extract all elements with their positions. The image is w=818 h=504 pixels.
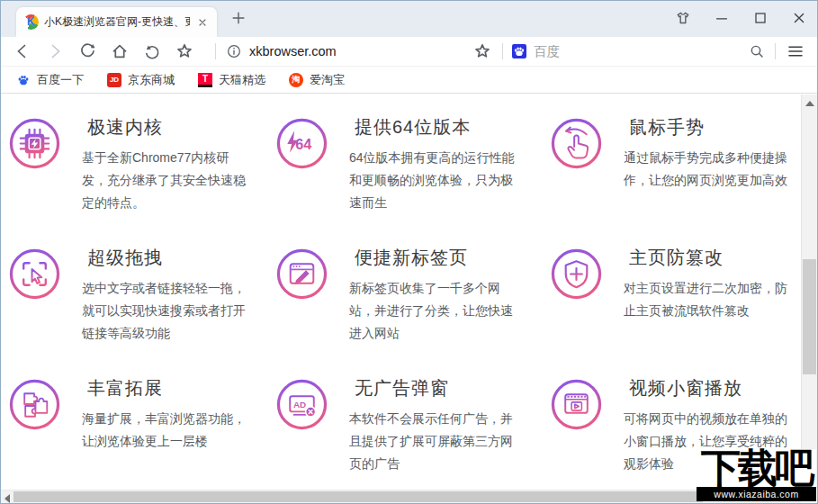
minimize-icon[interactable] [713, 9, 731, 27]
feature-desc: 本软件不会展示任何广告，并且提供了扩展可屏蔽第三方网页的广告 [349, 408, 516, 475]
favorites-star-icon[interactable] [174, 40, 195, 62]
feature-card: 极速内核 基于全新Chrome77内核研发，充分继承了其安全快速稳定的特点。 [8, 115, 275, 246]
puzzle-icon [8, 378, 61, 431]
feature-title: 提供64位版本 [355, 115, 516, 140]
browser-window: K 小K极速浏览器官网-更快速、更 xkbrowser.com 百度 [0, 0, 818, 504]
video-popup-icon [550, 378, 603, 431]
home-icon[interactable] [109, 40, 130, 62]
feature-card: 鼠标手势 通过鼠标手势完成多种便捷操作，让您的网页浏览更加高效 [550, 115, 801, 246]
search-placeholder[interactable]: 百度 [534, 43, 560, 60]
taobao-icon: 淘 [289, 73, 303, 87]
maximize-icon[interactable] [751, 9, 769, 27]
vertical-scroll-thumb[interactable] [803, 259, 816, 374]
toolbar-divider [775, 43, 776, 59]
url-text[interactable]: xkbrowser.com [249, 44, 337, 58]
tab-close-icon[interactable] [195, 15, 210, 30]
undo-icon[interactable] [141, 40, 163, 62]
scroll-up-arrow-icon[interactable] [805, 101, 814, 106]
feature-card: 便捷新标签页 新标签页收集了一千多个网站，并进行了分类，让您快速进入网站 [275, 246, 550, 376]
ad-block-icon: AD [275, 378, 328, 431]
bookmark-label: 爱淘宝 [310, 72, 345, 88]
newtab-edit-icon [275, 248, 328, 301]
toolbar-divider [215, 43, 216, 59]
bookmark-label: 天猫精选 [219, 72, 265, 88]
horizontal-scroll-thumb[interactable] [13, 491, 703, 502]
feature-title: 便捷新标签页 [355, 246, 516, 270]
feature-card: 超级拖拽 选中文字或者链接轻轻一拖，就可以实现快速搜索或者打开链接等高级功能 [8, 246, 275, 376]
refresh-icon[interactable] [76, 40, 98, 62]
bookmarks-bar: 百度一下 JD 京东商城 T 天猫精选 淘 爱淘宝 [1, 67, 817, 94]
toolbar-divider [502, 43, 503, 59]
feature-title: 极速内核 [87, 115, 248, 140]
feature-desc: 选中文字或者链接轻轻一拖，就可以实现快速搜索或者打开链接等高级功能 [82, 277, 248, 345]
feature-card: 主页防篡改 对主页设置进行二次加密，防止主页被流氓软件篡改 [550, 246, 801, 376]
cpu-chip-icon [8, 117, 61, 170]
bookmark-tmall[interactable]: T 天猫精选 [198, 72, 265, 88]
svg-text:64: 64 [295, 136, 311, 152]
feature-desc: 对主页设置进行二次加密，防止主页被流氓软件篡改 [624, 277, 790, 322]
feature-title: 视频小窗播放 [629, 376, 790, 400]
horizontal-scrollbar[interactable] [1, 490, 801, 503]
quick-search-box[interactable]: 百度 [512, 42, 766, 60]
jd-icon: JD [107, 73, 121, 87]
lightning-64-icon: 64 [275, 117, 328, 170]
feature-title: 丰富拓展 [87, 376, 248, 400]
vertical-scrollbar[interactable] [801, 94, 817, 488]
feature-card: 丰富拓展 海量扩展，丰富浏览器功能，让浏览体验更上一层楼 [8, 376, 275, 488]
mouse-gesture-icon [550, 117, 603, 170]
drag-select-icon [8, 248, 61, 301]
bookmark-baidu[interactable]: 百度一下 [16, 72, 84, 88]
site-info-icon[interactable] [225, 42, 243, 60]
feature-grid: 极速内核 基于全新Chrome77内核研发，充分继承了其安全快速稳定的特点。 6… [1, 94, 801, 488]
scroll-left-arrow-icon[interactable] [4, 494, 10, 503]
page-content: 极速内核 基于全新Chrome77内核研发，充分继承了其安全快速稳定的特点。 6… [1, 94, 801, 488]
feature-title: 超级拖拽 [87, 246, 248, 270]
shield-plus-icon [550, 248, 603, 301]
feature-desc: 基于全新Chrome77内核研发，充分继承了其安全快速稳定的特点。 [82, 147, 248, 214]
site-favicon-icon: K [23, 14, 39, 30]
xiazaiba-watermark: 下载吧 www.xiazaiba.com [697, 449, 816, 501]
search-icon[interactable] [748, 42, 766, 60]
feature-desc: 通过鼠标手势完成多种便捷操作，让您的网页浏览更加高效 [624, 147, 790, 192]
xiazaiba-logo: 下载吧 [697, 449, 816, 487]
bookmark-label: 京东商城 [128, 72, 175, 88]
baidu-logo-icon [512, 44, 526, 58]
tmall-icon: T [198, 73, 212, 87]
back-icon[interactable] [12, 40, 33, 62]
feature-title: 主页防篡改 [629, 246, 790, 270]
menu-icon[interactable] [785, 40, 806, 62]
bookmark-jd[interactable]: JD 京东商城 [107, 72, 175, 88]
feature-desc: 64位版本拥有更高的运行性能和更顺畅的浏览体验，只为极速而生 [349, 147, 516, 214]
bookmark-label: 百度一下 [37, 72, 84, 88]
svg-text:AD: AD [293, 400, 306, 410]
feature-card: AD 无广告弹窗 本软件不会展示任何广告，并且提供了扩展可屏蔽第三方网页的广告 [275, 376, 550, 488]
tab-title: 小K极速浏览器官网-更快速、更 [44, 14, 190, 30]
new-tab-icon[interactable] [229, 9, 247, 27]
feature-card: 64 提供64位版本 64位版本拥有更高的运行性能和更顺畅的浏览体验，只为极速而… [275, 115, 550, 246]
xiazaiba-url: www.xiazaiba.com [697, 487, 816, 501]
feature-title: 鼠标手势 [629, 115, 790, 140]
feature-desc: 海量扩展，丰富浏览器功能，让浏览体验更上一层楼 [82, 408, 248, 453]
close-window-icon[interactable] [790, 9, 808, 27]
baidu-paw-icon [16, 73, 31, 87]
window-controls [674, 9, 808, 27]
bookmark-taobao[interactable]: 淘 爱淘宝 [289, 72, 345, 88]
title-bar: K 小K极速浏览器官网-更快速、更 [1, 1, 817, 37]
feature-desc: 新标签页收集了一千多个网站，并进行了分类，让您快速进入网站 [349, 277, 516, 345]
forward-icon[interactable] [44, 40, 66, 62]
browser-tab[interactable]: K 小K极速浏览器官网-更快速、更 [16, 7, 217, 37]
address-bar[interactable]: xkbrowser.com [225, 42, 472, 60]
theme-skin-icon[interactable] [674, 9, 692, 27]
bookmark-star-icon[interactable] [472, 40, 493, 62]
feature-title: 无广告弹窗 [355, 376, 516, 400]
address-toolbar: xkbrowser.com 百度 [1, 37, 817, 67]
